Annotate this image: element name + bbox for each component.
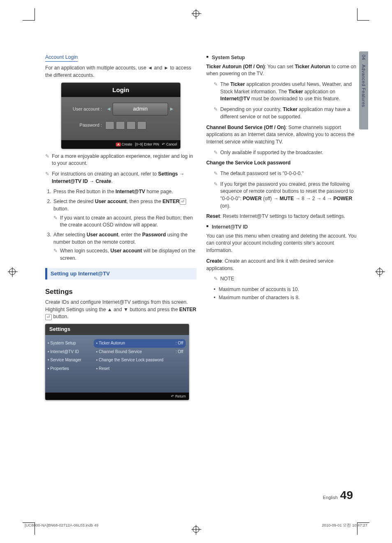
create-desc: Create: Create an account and link it wi… xyxy=(206,258,357,272)
settings-right-options: ▪ Ticker Autorun : Off ▪ Channel Bound S… xyxy=(94,335,189,393)
note-register: For a more enjoyable application experie… xyxy=(52,153,196,167)
registration-mark-top xyxy=(193,10,199,17)
account-login-heading: Account Login xyxy=(45,53,78,62)
note-head: NOTE xyxy=(220,275,357,283)
bullet-max-chars: Maximum number of characters is 8. xyxy=(214,294,357,302)
note-icon xyxy=(214,149,218,157)
option-channel-bound[interactable]: ▪ Channel Bound Service : Off xyxy=(94,348,186,356)
pwd-note-1: The default password set is "0-0-0-0." xyxy=(220,170,357,178)
login-dialog: Login User account : ◀ admin ▶ Password … xyxy=(61,83,180,149)
id-desc: You can use this menu when creating and … xyxy=(206,233,357,254)
bullet-max-accounts: Maximum number of accounts is 10. xyxy=(214,286,357,293)
note-icon xyxy=(214,170,218,178)
step-2-sub: If you want to create an account, press … xyxy=(60,215,196,229)
step-3-sub: When login succeeds, User account will b… xyxy=(60,247,196,262)
internet-tv-id-head: Internet@TV ID xyxy=(206,224,357,231)
option-reset[interactable]: ▪ Reset xyxy=(94,365,186,373)
footer-cancel[interactable]: Cancel xyxy=(166,142,177,146)
user-account-field[interactable]: admin xyxy=(113,103,168,116)
menu-service-manager[interactable]: • Service Manager xyxy=(48,356,91,365)
change-pwd-head: Change the Service Lock password xyxy=(206,160,291,166)
enter-icon: ⏎ xyxy=(180,199,186,205)
side-chapter-tab: 04 Advanced Features xyxy=(359,51,368,129)
settings-panel-title: Settings xyxy=(45,324,189,335)
enter-icon: ⏎ xyxy=(45,314,52,320)
note-icon xyxy=(214,106,218,113)
user-account-label: User account : xyxy=(66,106,105,113)
step-2: Select the desired User account, then pr… xyxy=(53,198,196,229)
step-1: Press the Red button in the Internet@TV … xyxy=(53,188,196,196)
page-number: English 49 xyxy=(323,489,353,502)
menu-internet-tv-id[interactable]: • Internet@TV ID xyxy=(48,348,91,356)
account-login-desc: For an application with multiple account… xyxy=(45,65,196,79)
note-icon xyxy=(53,247,58,262)
option-change-lock-pwd[interactable]: ▪ Change the Service Lock password xyxy=(94,356,186,365)
settings-heading: Settings xyxy=(45,287,196,297)
file-meta: [UC8000-NA]BN68-02712A-06L03.indb 49 xyxy=(25,523,99,528)
setting-up-heading: Setting up Internet@TV xyxy=(45,268,196,280)
note-icon xyxy=(214,81,218,88)
menu-properties[interactable]: • Properties xyxy=(48,365,91,373)
settings-panel: Settings • System Setup • Internet@TV ID… xyxy=(45,324,189,400)
login-title: Login xyxy=(61,83,180,97)
chapter-title: Advanced Features xyxy=(361,65,366,107)
note-icon xyxy=(214,275,218,283)
reset-desc: Reset: Resets Internet@TV settings to fa… xyxy=(206,213,357,220)
step-3: After selecting User account, enter the … xyxy=(53,231,196,262)
note-bullets: Maximum number of accounts is 10. Maximu… xyxy=(214,286,357,301)
arrow-left-icon[interactable]: ◀ xyxy=(105,106,113,112)
registration-mark-left xyxy=(9,268,16,275)
password-label: Password : xyxy=(66,122,105,129)
registration-mark-right xyxy=(376,268,383,275)
return-icon: ↶ xyxy=(162,142,165,146)
pwd-note-2: If you forget the password you created, … xyxy=(220,181,357,210)
settings-footer: ↶ Return xyxy=(45,393,189,400)
note-icon xyxy=(53,215,58,229)
password-field[interactable] xyxy=(105,121,146,129)
ticker-note-1: The Ticker application provides useful N… xyxy=(220,81,357,103)
login-footer: ACreate [0~9] Enter PIN ↶ Cancel xyxy=(61,140,180,149)
arrow-right-icon[interactable]: ▶ xyxy=(168,106,175,112)
footer-meta: [UC8000-NA]BN68-02712A-06L03.indb 49 201… xyxy=(25,523,367,528)
channel-bound-desc: Channel Bound Service (Off / On): Some c… xyxy=(206,124,357,146)
return-icon: ↶ xyxy=(171,394,174,398)
red-a-icon: A xyxy=(116,143,121,146)
note-icon xyxy=(45,171,49,178)
note-icon xyxy=(214,181,218,188)
settings-left-menu: • System Setup • Internet@TV ID • Servic… xyxy=(45,335,94,393)
date-meta: 2010-09-01 오전 10:47:27 xyxy=(322,523,367,528)
ticker-autorun-desc: Ticker Autorun (Off / On): You can set T… xyxy=(206,63,357,78)
note-create-account: For instructions on creating an account,… xyxy=(52,171,196,185)
ticker-note-2: Depending on your country, Ticker applic… xyxy=(220,106,357,120)
footer-enter-pin: [0~9] Enter PIN xyxy=(135,142,159,146)
cbs-note: Only available if supported by the broad… xyxy=(220,149,357,157)
menu-system-setup[interactable]: • System Setup xyxy=(48,339,91,348)
login-steps: Press the Red button in the Internet@TV … xyxy=(45,188,196,262)
footer-create[interactable]: Create xyxy=(122,142,132,146)
settings-desc: Create IDs and configure Internet@TV set… xyxy=(45,299,196,321)
option-ticker-autorun[interactable]: ▪ Ticker Autorun : Off xyxy=(94,339,186,348)
note-icon xyxy=(45,153,49,160)
system-setup-head: System Setup xyxy=(206,54,357,62)
chapter-number: 04 xyxy=(361,55,366,60)
